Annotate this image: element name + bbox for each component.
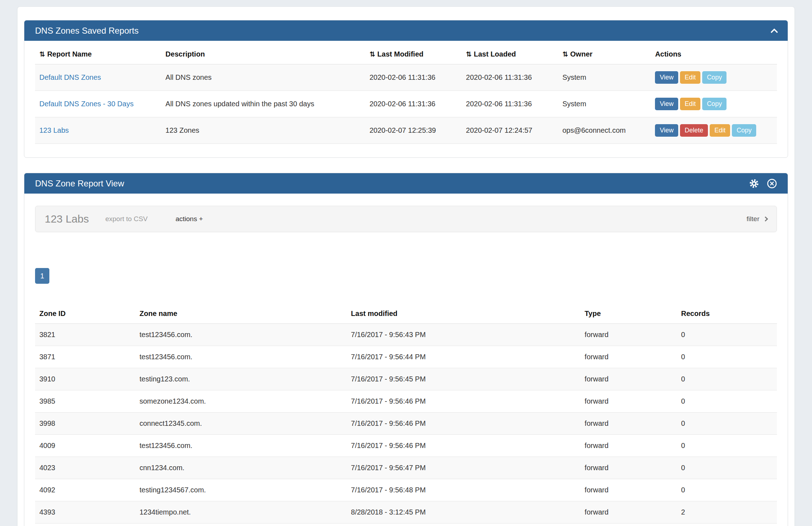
- report-actions: ViewDeleteEditCopy: [651, 117, 777, 144]
- filter-toggle[interactable]: filter: [747, 215, 767, 223]
- zone-type: forward: [580, 390, 677, 413]
- report-description: All DNS zones: [161, 64, 365, 91]
- zone-last-modified: 7/16/2017 - 9:56:45 PM: [347, 368, 580, 390]
- sort-icon: ⇅: [370, 50, 375, 58]
- report-name-cell: Default DNS Zones - 30 Days: [35, 91, 161, 117]
- report-description: All DNS zones updated within the past 30…: [161, 91, 365, 117]
- saved-reports-header: DNS Zones Saved Reports: [24, 20, 788, 41]
- chevron-up-collapse-icon[interactable]: [771, 28, 778, 36]
- delete-report-button[interactable]: Delete: [680, 124, 708, 137]
- zone-row: 43931234tiempo.net.8/28/2018 - 3:12:45 P…: [35, 501, 777, 523]
- saved-reports-body: ⇅Report NameDescription⇅Last Modified⇅La…: [24, 41, 788, 157]
- saved-reports-tbody: Default DNS ZonesAll DNS zones2020-02-06…: [35, 64, 777, 144]
- report-description: 123 Zones: [161, 117, 365, 144]
- report-view-body: 123 Labs export to CSV actions + filter …: [24, 194, 788, 526]
- close-icon[interactable]: [767, 179, 777, 189]
- report-name-link[interactable]: Default DNS Zones - 30 Days: [39, 100, 133, 108]
- column-header-last-modified[interactable]: ⇅Last Modified: [365, 43, 462, 64]
- pagination-page-button[interactable]: 1: [35, 268, 49, 284]
- zone-last-modified: 7/16/2017 - 9:56:43 PM: [347, 324, 580, 346]
- zone-records: 0: [677, 479, 777, 501]
- copy-report-button[interactable]: Copy: [732, 124, 756, 137]
- zone-type: forward: [580, 413, 677, 435]
- view-report-button[interactable]: View: [655, 98, 678, 110]
- zone-last-modified: 7/16/2017 - 9:56:44 PM: [347, 346, 580, 368]
- column-header-description: Description: [161, 43, 365, 64]
- report-title: 123 Labs: [45, 213, 89, 225]
- report-actions: ViewEditCopy: [651, 64, 777, 91]
- zone-type: forward: [580, 346, 677, 368]
- saved-reports-panel: DNS Zones Saved Reports ⇅Report NameDesc…: [24, 20, 788, 158]
- zone-last-modified: 7/16/2017 - 9:56:46 PM: [347, 390, 580, 413]
- zone-name: test123456.com.: [135, 324, 347, 346]
- settings-gear-icon[interactable]: [749, 179, 759, 189]
- report-toolbar: 123 Labs export to CSV actions + filter: [35, 206, 777, 232]
- view-report-button[interactable]: View: [655, 71, 678, 84]
- column-header-report-name[interactable]: ⇅Report Name: [35, 43, 161, 64]
- zone-name: test123456.com.: [135, 346, 347, 368]
- saved-reports-title: DNS Zones Saved Reports: [35, 26, 138, 36]
- zone-id: 4393: [35, 501, 135, 523]
- zone-last-modified: 7/16/2017 - 9:56:47 PM: [347, 457, 580, 479]
- saved-reports-table: ⇅Report NameDescription⇅Last Modified⇅La…: [35, 43, 777, 144]
- report-last-loaded: 2020-02-06 11:31:36: [462, 64, 558, 91]
- zone-id: 3871: [35, 346, 135, 368]
- zone-row: 4092testing1234567.com.7/16/2017 - 9:56:…: [35, 479, 777, 501]
- zones-head-row: Zone IDZone nameLast modifiedTypeRecords: [35, 302, 777, 324]
- zone-type: forward: [580, 457, 677, 479]
- zone-row: 3910testing123.com.7/16/2017 - 9:56:45 P…: [35, 368, 777, 390]
- report-name-link[interactable]: 123 Labs: [39, 126, 69, 134]
- zones-table: Zone IDZone nameLast modifiedTypeRecords…: [35, 302, 777, 523]
- column-header-actions: Actions: [651, 43, 777, 64]
- page: DNS Zones Saved Reports ⇅Report NameDesc…: [17, 6, 795, 526]
- column-header-owner[interactable]: ⇅Owner: [558, 43, 651, 64]
- zone-records: 0: [677, 390, 777, 413]
- report-view-title: DNS Zone Report View: [35, 179, 124, 189]
- zone-id: 4092: [35, 479, 135, 501]
- saved-reports-head-row: ⇅Report NameDescription⇅Last Modified⇅La…: [35, 43, 777, 64]
- zone-records: 2: [677, 501, 777, 523]
- copy-report-button[interactable]: Copy: [702, 98, 727, 110]
- report-last-modified: 2020-02-07 12:25:39: [365, 117, 462, 144]
- saved-report-row: Default DNS ZonesAll DNS zones2020-02-06…: [35, 64, 777, 91]
- report-name-cell: Default DNS Zones: [35, 64, 161, 91]
- zone-id: 3998: [35, 413, 135, 435]
- zone-row: 4023cnn1234.com.7/16/2017 - 9:56:47 PMfo…: [35, 457, 777, 479]
- zone-name: testing1234567.com.: [135, 479, 347, 501]
- report-last-loaded: 2020-02-07 12:24:57: [462, 117, 558, 144]
- zone-records: 0: [677, 368, 777, 390]
- zone-records: 0: [677, 413, 777, 435]
- zone-records: 0: [677, 457, 777, 479]
- report-actions: ViewEditCopy: [651, 91, 777, 117]
- zone-records: 0: [677, 346, 777, 368]
- zones-tbody: 3821test123456.com.7/16/2017 - 9:56:43 P…: [35, 324, 777, 523]
- zone-row: 3985somezone1234.com.7/16/2017 - 9:56:46…: [35, 390, 777, 413]
- header-icons: [749, 179, 777, 189]
- zone-name: 1234tiempo.net.: [135, 501, 347, 523]
- edit-report-button[interactable]: Edit: [710, 124, 730, 137]
- report-name-link[interactable]: Default DNS Zones: [39, 73, 101, 81]
- report-owner: ops@6connect.com: [558, 117, 651, 144]
- saved-report-row: 123 Labs123 Zones2020-02-07 12:25:392020…: [35, 117, 777, 144]
- column-header-zone-name: Zone name: [135, 302, 347, 324]
- report-view-panel: DNS Zone Report View: [24, 173, 788, 526]
- column-header-last-loaded[interactable]: ⇅Last Loaded: [462, 43, 558, 64]
- view-report-button[interactable]: View: [655, 124, 678, 137]
- zone-records: 0: [677, 324, 777, 346]
- zone-last-modified: 7/16/2017 - 9:56:46 PM: [347, 435, 580, 457]
- column-header-type: Type: [580, 302, 677, 324]
- zone-last-modified: 7/16/2017 - 9:56:48 PM: [347, 479, 580, 501]
- report-last-modified: 2020-02-06 11:31:36: [365, 64, 462, 91]
- copy-report-button[interactable]: Copy: [702, 71, 727, 84]
- pagination: 1: [35, 268, 777, 284]
- edit-report-button[interactable]: Edit: [680, 71, 700, 84]
- edit-report-button[interactable]: Edit: [680, 98, 700, 110]
- zone-id: 4009: [35, 435, 135, 457]
- actions-menu[interactable]: actions +: [176, 215, 203, 223]
- column-header-records: Records: [677, 302, 777, 324]
- zones-table-wrap: Zone IDZone nameLast modifiedTypeRecords…: [35, 302, 777, 523]
- column-header-last-modified: Last modified: [347, 302, 580, 324]
- zone-name: connect12345.com.: [135, 413, 347, 435]
- zone-name: somezone1234.com.: [135, 390, 347, 413]
- export-csv-link[interactable]: export to CSV: [105, 215, 147, 223]
